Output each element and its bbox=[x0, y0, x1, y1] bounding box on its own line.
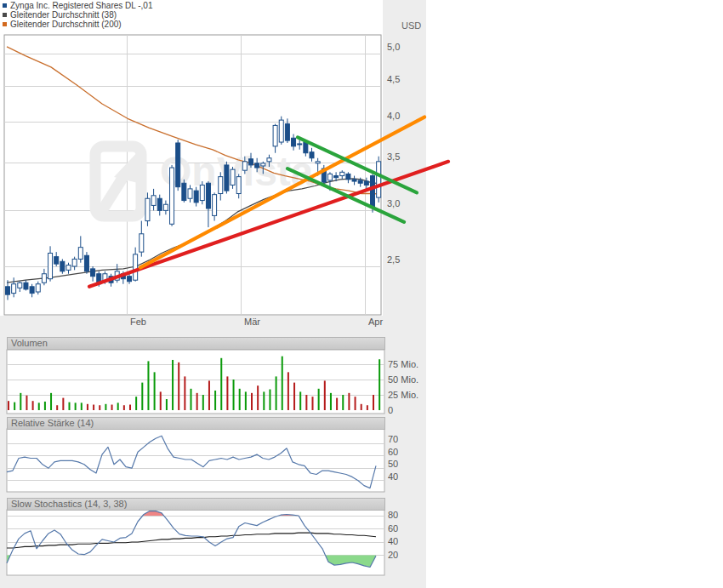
candle-body bbox=[267, 158, 271, 162]
volume-bar bbox=[269, 390, 270, 410]
volume-bar bbox=[111, 405, 113, 410]
volume-bar bbox=[160, 391, 162, 410]
candle-body bbox=[206, 183, 210, 208]
volume-bar bbox=[135, 397, 137, 410]
candle-body bbox=[236, 177, 241, 194]
candle-body bbox=[310, 152, 314, 158]
candle-body bbox=[346, 174, 350, 179]
axis-tick-label: 60 bbox=[388, 447, 398, 457]
candle-body bbox=[200, 185, 204, 200]
candle-body bbox=[170, 168, 174, 224]
volume-bar bbox=[81, 402, 83, 410]
candle-body bbox=[145, 198, 150, 220]
candle-body bbox=[182, 183, 186, 200]
candle-body bbox=[151, 196, 156, 206]
candle-body bbox=[371, 176, 375, 207]
candle-body bbox=[188, 189, 192, 198]
stochastics-panel-header: Slow Stochastics (14, 3, 38) bbox=[7, 498, 385, 511]
volume-bar bbox=[184, 376, 185, 410]
axis-tick-label: 80 bbox=[388, 510, 398, 520]
volume-bar bbox=[263, 391, 265, 410]
candle-body bbox=[285, 124, 289, 141]
volume-bar bbox=[367, 405, 368, 410]
volume-bar bbox=[214, 391, 216, 410]
candle-body bbox=[316, 162, 320, 163]
candle-body bbox=[219, 177, 223, 194]
candle-body bbox=[36, 284, 40, 292]
candle-body bbox=[364, 181, 368, 185]
volume-bar bbox=[324, 380, 326, 410]
volume-bar bbox=[75, 402, 77, 410]
axis-tick-label: 25 Mio. bbox=[388, 390, 418, 400]
candle-body bbox=[84, 255, 88, 271]
volume-bar bbox=[330, 393, 332, 410]
volume-bar bbox=[26, 396, 27, 410]
volume-bar bbox=[99, 405, 100, 410]
candle-body bbox=[30, 287, 34, 294]
volume-bar bbox=[141, 383, 143, 410]
axis-tick-label: 3,5 bbox=[387, 151, 400, 162]
candle-body bbox=[134, 254, 138, 280]
axis-tick-label: 5,0 bbox=[387, 42, 400, 52]
candle-body bbox=[352, 180, 356, 181]
volume-bar bbox=[93, 405, 94, 410]
candle-body bbox=[249, 159, 253, 165]
axis-tick-label: Feb bbox=[130, 317, 146, 327]
axis-tick-label: 0 bbox=[388, 405, 393, 415]
candle-body bbox=[66, 265, 71, 271]
candle-body bbox=[54, 257, 59, 264]
candle-body bbox=[60, 261, 65, 271]
candle-body bbox=[358, 180, 362, 183]
candle-body bbox=[163, 204, 168, 210]
axis-tick-label: 60 bbox=[388, 523, 398, 534]
volume-bar bbox=[299, 391, 301, 410]
volume-bar bbox=[56, 405, 58, 410]
volume-bar bbox=[20, 393, 21, 410]
candle-body bbox=[327, 174, 332, 180]
candle-body bbox=[91, 269, 95, 277]
axis-tick-label: 75 Mio. bbox=[388, 359, 418, 369]
axis-tick-label: 50 bbox=[388, 459, 398, 469]
legend-marker-ma38-icon bbox=[3, 13, 7, 17]
volume-bar bbox=[172, 360, 174, 410]
volume-bar bbox=[62, 398, 64, 410]
axis-tick-label: 4,0 bbox=[387, 111, 400, 121]
legend-item-price-series: Zynga Inc. Registered Shares DL -,01 bbox=[2, 1, 153, 10]
volume-bar bbox=[342, 395, 344, 410]
volume-bar bbox=[178, 363, 179, 410]
candle-body bbox=[242, 162, 247, 170]
rsi-panel-header: Relative Stärke (14) bbox=[7, 417, 385, 430]
candle-body bbox=[298, 144, 302, 145]
volume-bar bbox=[8, 401, 9, 410]
volume-bar bbox=[166, 399, 168, 410]
volume-bar bbox=[147, 361, 149, 410]
volume-bar bbox=[336, 398, 338, 410]
legend: Zynga Inc. Registered Shares DL -,01 Gle… bbox=[2, 1, 153, 29]
volume-bar bbox=[129, 405, 131, 410]
candle-body bbox=[18, 283, 22, 288]
volume-bar bbox=[38, 402, 40, 410]
candle-body bbox=[213, 195, 217, 216]
legend-marker-price-icon bbox=[3, 3, 7, 8]
candle-body bbox=[340, 172, 344, 175]
volume-bar bbox=[32, 401, 34, 410]
volume-bar bbox=[14, 402, 15, 410]
volume-bar bbox=[191, 389, 192, 410]
legend-marker-ma200-icon bbox=[3, 22, 7, 26]
candle-body bbox=[194, 191, 198, 203]
legend-item-ma38: Gleitender Durchschnitt (38) bbox=[2, 10, 153, 20]
legend-item-label: Gleitender Durchschnitt (200) bbox=[10, 20, 122, 29]
volume-bar bbox=[117, 402, 119, 410]
candle-body bbox=[48, 253, 53, 278]
axis-tick-label: 70 bbox=[388, 434, 398, 444]
volume-bar bbox=[251, 393, 253, 410]
volume-bar bbox=[239, 389, 241, 410]
axis-tick-label: 2,5 bbox=[387, 254, 400, 265]
volume-bar bbox=[154, 372, 156, 410]
volume-bar bbox=[202, 395, 204, 410]
volume-bar bbox=[373, 395, 374, 410]
candle-body bbox=[304, 142, 308, 153]
volume-bar bbox=[282, 357, 283, 410]
candle-body bbox=[42, 274, 46, 283]
volume-bar bbox=[361, 404, 362, 410]
